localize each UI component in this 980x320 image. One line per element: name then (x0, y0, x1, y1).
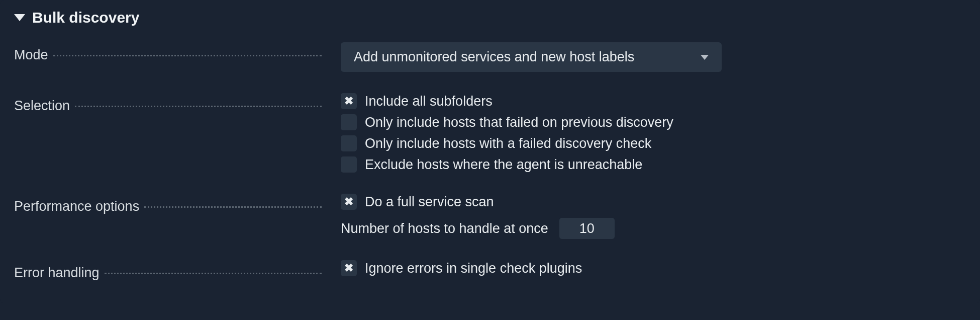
checkbox-failed-previous[interactable] (341, 114, 357, 130)
label-col: Performance options (14, 194, 326, 215)
bulk-discovery-panel: Bulk discovery Mode Add unmonitored serv… (0, 0, 980, 303)
mode-label: Mode (14, 47, 48, 63)
selection-label: Selection (14, 98, 70, 114)
checkbox-include-subfolders[interactable] (341, 93, 357, 109)
checkbox-label: Only include hosts that failed on previo… (365, 115, 673, 130)
checkbox-ignore-errors[interactable] (341, 260, 357, 276)
performance-full-scan: Do a full service scan (341, 194, 966, 210)
row-selection: Selection Include all subfolders Only in… (0, 93, 980, 173)
dots (53, 55, 322, 56)
error-ignore: Ignore errors in single check plugins (341, 260, 966, 276)
performance-hosts-at-once: Number of hosts to handle at once (341, 218, 966, 239)
selection-option-0: Include all subfolders (341, 93, 966, 109)
value-col: Add unmonitored services and new host la… (326, 42, 966, 72)
row-error: Error handling Ignore errors in single c… (0, 260, 980, 281)
label-col: Selection (14, 93, 326, 114)
panel-title: Bulk discovery (32, 9, 139, 26)
checkbox-exclude-unreachable[interactable] (341, 156, 357, 173)
dots (144, 206, 322, 208)
checkbox-label: Do a full service scan (365, 194, 494, 210)
selection-option-1: Only include hosts that failed on previo… (341, 114, 966, 130)
checkbox-label: Ignore errors in single check plugins (365, 261, 582, 276)
label-col: Error handling (14, 260, 326, 281)
selection-option-3: Exclude hosts where the agent is unreach… (341, 156, 966, 173)
error-label: Error handling (14, 265, 100, 281)
dots (75, 106, 322, 107)
value-col: Do a full service scan Number of hosts t… (326, 194, 966, 239)
value-col: Ignore errors in single check plugins (326, 260, 966, 276)
hosts-at-once-label: Number of hosts to handle at once (341, 221, 548, 236)
collapse-down-icon (14, 14, 25, 21)
performance-label: Performance options (14, 199, 139, 214)
checkbox-label: Only include hosts with a failed discove… (365, 136, 651, 151)
checkbox-label: Include all subfolders (365, 94, 493, 109)
checkbox-failed-check[interactable] (341, 135, 357, 151)
panel-header[interactable]: Bulk discovery (0, 0, 980, 40)
mode-select[interactable]: Add unmonitored services and new host la… (341, 42, 722, 72)
selection-option-2: Only include hosts with a failed discove… (341, 135, 966, 151)
row-performance: Performance options Do a full service sc… (0, 194, 980, 239)
mode-select-value: Add unmonitored services and new host la… (354, 49, 634, 65)
checkbox-label: Exclude hosts where the agent is unreach… (365, 157, 642, 173)
row-mode: Mode Add unmonitored services and new ho… (0, 42, 980, 72)
dots (105, 273, 322, 274)
label-col: Mode (14, 42, 326, 63)
chevron-down-icon (701, 55, 709, 60)
value-col: Include all subfolders Only include host… (326, 93, 966, 173)
hosts-at-once-input[interactable] (559, 218, 615, 239)
checkbox-full-scan[interactable] (341, 194, 357, 210)
